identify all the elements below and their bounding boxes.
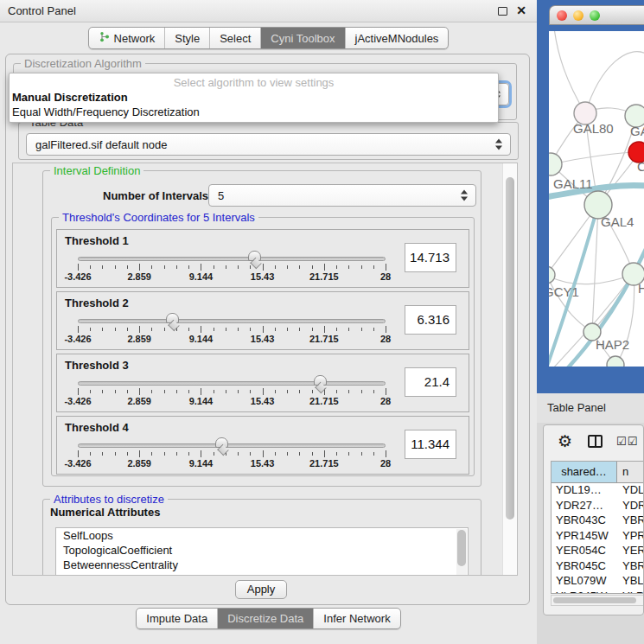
threshold-value-field[interactable]: 11.344 xyxy=(405,430,456,459)
tab-network[interactable]: Network xyxy=(89,28,165,48)
combobox-arrows-icon xyxy=(495,139,502,150)
network-window-titlebar[interactable] xyxy=(549,5,644,25)
top-tab-bar: NetworkStyleSelectCyni ToolboxjActiveMNo… xyxy=(0,27,537,49)
scrollbar-thumb[interactable] xyxy=(506,177,514,520)
table-row[interactable]: YLR345WYLR3 xyxy=(552,590,643,595)
tab-impute-data[interactable]: Impute Data xyxy=(137,609,217,628)
settings-vertical-scrollbar[interactable] xyxy=(502,163,517,575)
table-cell: YDR27… xyxy=(552,499,617,514)
table-panel-header: Table Panel xyxy=(537,393,644,423)
table-panel: ⚙ ☑☑ shared… n YDL19…YDL1YDR27…YDR2YBR04… xyxy=(543,424,644,615)
numerical-attributes-label: Numerical Attributes xyxy=(50,506,160,519)
tab-label: Network xyxy=(114,32,156,45)
tab-label: jActiveMNodules xyxy=(355,32,439,45)
dropdown-item-manual-discretization[interactable]: Manual Discretization xyxy=(12,91,128,104)
node-label: GCY1 xyxy=(549,284,579,299)
table-row[interactable]: YBR045CYBR0 xyxy=(552,559,643,575)
table-row[interactable]: YDR27…YDR2 xyxy=(552,499,643,514)
slider-ticks xyxy=(78,326,386,333)
slider-track[interactable] xyxy=(78,443,386,448)
table-data-group: Table Data galFiltered.sif default node xyxy=(18,122,519,160)
table-cell: YER054C xyxy=(552,544,617,559)
network-icon xyxy=(99,31,110,45)
node-label: H xyxy=(638,281,644,296)
node-label: C xyxy=(637,159,644,174)
numerical-attributes-list[interactable]: SelfLoopsTopologicalCoefficientBetweenne… xyxy=(55,527,469,576)
table-row[interactable]: YDL19…YDL1 xyxy=(552,483,643,499)
attributes-group: Attributes to discretize Numerical Attri… xyxy=(42,499,481,576)
apply-button[interactable]: Apply xyxy=(235,580,287,599)
tab-label: Select xyxy=(220,32,251,45)
node-attribute-table[interactable]: shared… n YDL19…YDL1YDR27…YDR2YBR043CYBR… xyxy=(551,461,644,594)
node-label: GAL11 xyxy=(553,176,593,191)
checkbox-icons[interactable]: ☑☑ xyxy=(616,435,638,448)
table-data-combobox[interactable]: galFiltered.sif default node xyxy=(26,133,511,156)
algorithm-dropdown-popup: Select algorithm to view settings Manual… xyxy=(9,73,499,123)
network-node[interactable] xyxy=(607,356,624,367)
slider-tick-labels: -3.4262.8599.14415.4321.71528 xyxy=(78,396,386,406)
column-header-shared-name[interactable]: shared… xyxy=(552,462,617,482)
slider-tick-labels: -3.4262.8599.14415.4321.71528 xyxy=(78,458,386,469)
group-title: Interval Definition xyxy=(50,164,143,177)
scrollbar-thumb[interactable] xyxy=(457,530,466,566)
attribute-list-item[interactable]: TopologicalCoefficient xyxy=(56,543,468,558)
table-row[interactable]: YER054CYER0 xyxy=(552,544,643,559)
attribute-list-item[interactable]: SelfLoops xyxy=(56,528,468,543)
network-node-gcy1[interactable] xyxy=(549,266,555,284)
gear-icon[interactable]: ⚙ xyxy=(558,431,572,451)
table-horizontal-scrollbar[interactable] xyxy=(551,595,644,606)
node-label: HAP2 xyxy=(596,337,629,352)
table-row[interactable]: YBR043CYBR0 xyxy=(552,513,643,529)
float-window-icon[interactable] xyxy=(498,7,507,16)
dropdown-hint: Select algorithm to view settings xyxy=(10,76,498,89)
zoom-traffic-light-icon[interactable] xyxy=(590,10,600,21)
table-row[interactable]: YBL079WYBL0 xyxy=(552,574,643,590)
attribute-list-item[interactable]: BetweennessCentrality xyxy=(56,558,468,572)
scrollbar-thumb[interactable] xyxy=(553,597,636,603)
table-cell: YBR045C xyxy=(552,559,617,575)
right-side: GAL80GACGAL11GAL4GCY1HHAP2 Table Panel ⚙… xyxy=(537,0,644,644)
close-traffic-light-icon[interactable] xyxy=(557,10,567,21)
tab-jactivemnodules[interactable]: jActiveMNodules xyxy=(345,28,449,48)
tab-label: Infer Network xyxy=(323,612,390,625)
table-cell: YBL0 xyxy=(617,574,643,590)
slider-track[interactable] xyxy=(78,381,386,386)
column-header-name[interactable]: n xyxy=(617,462,643,482)
table-cell: YDL19… xyxy=(552,483,617,499)
tab-infer-network[interactable]: Infer Network xyxy=(313,609,399,628)
tab-style[interactable]: Style xyxy=(164,28,209,48)
slider-thumb[interactable] xyxy=(248,251,261,261)
slider-ticks xyxy=(78,264,386,271)
spinner-arrows-icon xyxy=(461,190,468,201)
table-cell: YER0 xyxy=(617,544,643,559)
threshold-value-field[interactable]: 6.316 xyxy=(405,305,456,335)
network-canvas[interactable]: GAL80GACGAL11GAL4GCY1HHAP2 xyxy=(549,31,644,367)
slider-thumb[interactable] xyxy=(215,437,228,448)
close-icon[interactable]: ✕ xyxy=(516,3,526,17)
tab-cyni-toolbox[interactable]: Cyni Toolbox xyxy=(260,28,344,48)
threshold-panel: Threshold 4-3.4262.8599.14415.4321.71528… xyxy=(56,416,469,475)
threshold-value-field[interactable]: 21.4 xyxy=(405,367,456,397)
threshold-value-field[interactable]: 14.713 xyxy=(405,243,456,272)
slider-thumb[interactable] xyxy=(314,375,327,386)
table-row[interactable]: YPR145WYPR1 xyxy=(552,529,643,545)
slider-track[interactable] xyxy=(78,319,386,323)
dropdown-item-equal-width-frequency[interactable]: Equal Width/Frequency Discretization xyxy=(12,105,200,118)
group-title: Attributes to discretize xyxy=(50,493,168,506)
threshold-panel: Threshold 1-3.4262.8599.14415.4321.71528… xyxy=(56,229,469,288)
number-of-intervals-spinner[interactable]: 5 xyxy=(208,184,476,207)
table-cell: YBR0 xyxy=(617,559,643,575)
slider-thumb[interactable] xyxy=(166,313,179,323)
slider-track[interactable] xyxy=(78,257,386,261)
table-cell: YBR043C xyxy=(552,513,617,529)
number-of-intervals-value: 5 xyxy=(218,189,224,202)
minimize-traffic-light-icon[interactable] xyxy=(573,10,583,21)
tab-select[interactable]: Select xyxy=(209,28,260,48)
tab-discretize-data[interactable]: Discretize Data xyxy=(217,609,313,628)
slider-tick-labels: -3.4262.8599.14415.4321.71528 xyxy=(78,271,386,282)
table-header-row: shared… n xyxy=(552,462,643,483)
table-cell: YBR0 xyxy=(617,513,643,529)
number-of-intervals-label: Number of Intervals xyxy=(103,189,208,202)
attributes-list-scrollbar[interactable] xyxy=(456,529,467,576)
split-view-icon[interactable] xyxy=(588,435,603,448)
